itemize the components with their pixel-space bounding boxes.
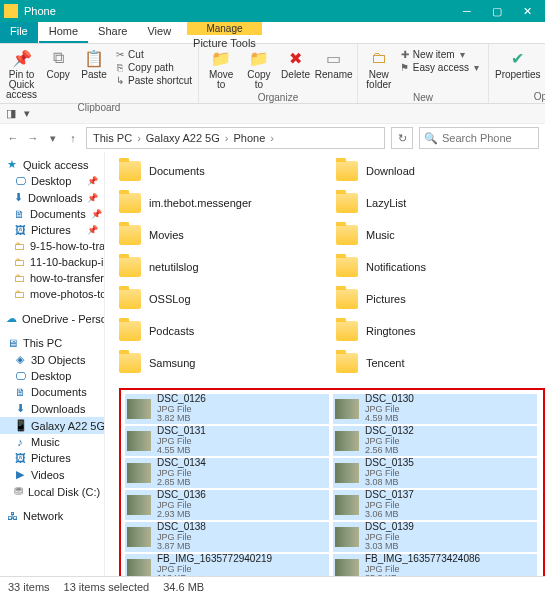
sidebar-local-disk[interactable]: ⛃Local Disk (C:) xyxy=(0,483,104,500)
tab-view[interactable]: View xyxy=(137,22,181,43)
image-item[interactable]: DSC_0135JPG File3.08 MB xyxy=(333,458,537,488)
sidebar-videos[interactable]: ▶Videos xyxy=(0,466,104,483)
sidebar-downloads2[interactable]: ⬇Downloads xyxy=(0,400,104,417)
move-to-icon: 📁 xyxy=(211,48,231,68)
folder-item[interactable]: netutilslog xyxy=(119,254,328,280)
sidebar-desktop[interactable]: 🖵Desktop📌 xyxy=(0,173,104,189)
image-item[interactable]: DSC_0137JPG File3.06 MB xyxy=(333,490,537,520)
crumb-device[interactable]: Galaxy A22 5G xyxy=(146,132,220,144)
image-item[interactable]: DSC_0126JPG File3.82 MB xyxy=(125,394,329,424)
image-item[interactable]: DSC_0134JPG File2.85 MB xyxy=(125,458,329,488)
breadcrumb[interactable]: This PC› Galaxy A22 5G› Phone› xyxy=(86,127,385,149)
sidebar-recent[interactable]: 🗀9-15-how-to-transfer-p xyxy=(0,238,104,254)
minimize-button[interactable]: ─ xyxy=(457,5,477,18)
folder-item[interactable]: Notifications xyxy=(336,254,545,280)
status-size: 34.6 MB xyxy=(163,581,204,593)
paste-button[interactable]: 📋 Paste xyxy=(79,48,109,80)
qat-item[interactable]: ▾ xyxy=(24,107,30,120)
sidebar-desktop2[interactable]: 🖵Desktop xyxy=(0,368,104,384)
properties-icon: ✔ xyxy=(508,48,528,68)
folder-item[interactable]: Movies xyxy=(119,222,328,248)
forward-button[interactable]: → xyxy=(26,132,40,145)
search-input[interactable] xyxy=(442,132,532,144)
sidebar-network[interactable]: 🖧Network xyxy=(0,508,104,524)
folder-item[interactable]: Ringtones xyxy=(336,318,545,344)
chevron-right-icon: › xyxy=(267,132,277,144)
back-button[interactable]: ← xyxy=(6,132,20,145)
sidebar-label: Documents xyxy=(30,208,86,220)
close-button[interactable]: ✕ xyxy=(517,5,537,18)
folder-item[interactable]: im.thebot.messenger xyxy=(119,190,328,216)
image-item[interactable]: FB_IMG_1635772940219JPG File112 KB xyxy=(125,554,329,576)
address-bar: ← → ▾ ↑ This PC› Galaxy A22 5G› Phone› ↻… xyxy=(0,124,545,152)
image-size: 4.59 MB xyxy=(365,414,414,423)
properties-button[interactable]: ✔Properties xyxy=(495,48,541,80)
refresh-button[interactable]: ↻ xyxy=(391,127,413,149)
folder-item[interactable]: Samsung xyxy=(119,350,328,376)
folder-item[interactable]: Podcasts xyxy=(119,318,328,344)
folder-icon xyxy=(119,257,141,277)
search-box[interactable]: 🔍 xyxy=(419,127,539,149)
recent-locations-button[interactable]: ▾ xyxy=(46,132,60,145)
pin-quick-access-button[interactable]: 📌 Pin to Quick access xyxy=(6,48,37,100)
sidebar-downloads[interactable]: ⬇Downloads📌 xyxy=(0,189,104,206)
sidebar-onedrive[interactable]: ☁OneDrive - Personal xyxy=(0,310,104,327)
maximize-button[interactable]: ▢ xyxy=(487,5,507,18)
image-item[interactable]: DSC_0130JPG File4.59 MB xyxy=(333,394,537,424)
image-size: 2.93 MB xyxy=(157,510,206,519)
cut-button[interactable]: ✂Cut xyxy=(115,48,192,61)
image-thumb xyxy=(335,559,359,576)
sidebar-3d-objects[interactable]: ◈3D Objects xyxy=(0,351,104,368)
copy-label: Copy xyxy=(46,70,69,80)
sidebar-pictures[interactable]: 🖼Pictures📌 xyxy=(0,222,104,238)
crumb-this-pc[interactable]: This PC xyxy=(93,132,132,144)
new-item-button[interactable]: ✚New item▾ xyxy=(400,48,482,61)
delete-button[interactable]: ✖Delete xyxy=(281,48,311,80)
image-item[interactable]: DSC_0138JPG File3.87 MB xyxy=(125,522,329,552)
sidebar-pictures2[interactable]: 🖼Pictures xyxy=(0,450,104,466)
tab-file[interactable]: File xyxy=(0,22,38,43)
new-folder-button[interactable]: 🗀New folder xyxy=(364,48,394,90)
sidebar-recent[interactable]: 🗀how-to-transfer-photo xyxy=(0,270,104,286)
pin-icon: 📌 xyxy=(87,193,98,203)
sidebar-galaxy[interactable]: 📱Galaxy A22 5G xyxy=(0,417,104,434)
up-button[interactable]: ↑ xyxy=(66,132,80,145)
copy-button[interactable]: ⧉ Copy xyxy=(43,48,73,80)
image-item[interactable]: DSC_0131JPG File4.55 MB xyxy=(125,426,329,456)
sidebar-quick-access[interactable]: ★Quick access xyxy=(0,156,104,173)
image-item[interactable]: DSC_0136JPG File2.93 MB xyxy=(125,490,329,520)
folder-item[interactable]: Tencent xyxy=(336,350,545,376)
sidebar-this-pc[interactable]: 🖥This PC xyxy=(0,335,104,351)
sidebar-music[interactable]: ♪Music xyxy=(0,434,104,450)
sidebar-recent[interactable]: 🗀11-10-backup-iphone-t xyxy=(0,254,104,270)
folder-name: Download xyxy=(366,165,415,177)
folder-item[interactable]: Download xyxy=(336,158,545,184)
copy-path-button[interactable]: ⎘Copy path xyxy=(115,61,192,74)
image-item[interactable]: DSC_0139JPG File3.03 MB xyxy=(333,522,537,552)
tab-home[interactable]: Home xyxy=(39,22,88,43)
folder-item[interactable]: Documents xyxy=(119,158,328,184)
qat-item[interactable]: ◨ xyxy=(6,107,16,120)
file-view[interactable]: DocumentsDownloadim.thebot.messengerLazy… xyxy=(105,152,545,576)
folder-item[interactable]: OSSLog xyxy=(119,286,328,312)
easy-access-button[interactable]: ⚑Easy access▾ xyxy=(400,61,482,74)
image-size: 4.55 MB xyxy=(157,446,206,455)
folder-item[interactable]: Pictures xyxy=(336,286,545,312)
sidebar-recent[interactable]: 🗀move-photos-to-sd-ca xyxy=(0,286,104,302)
paste-shortcut-button[interactable]: ↳Paste shortcut xyxy=(115,74,192,87)
crumb-phone[interactable]: Phone xyxy=(233,132,265,144)
image-item[interactable]: FB_IMG_1635773424086JPG File85.8 KB xyxy=(333,554,537,576)
move-to-button[interactable]: 📁Move to xyxy=(205,48,237,90)
tab-share[interactable]: Share xyxy=(88,22,137,43)
sidebar-label: Downloads xyxy=(28,192,82,204)
copy-to-button[interactable]: 📁Copy to xyxy=(243,48,274,90)
clipboard-group-label: Clipboard xyxy=(6,102,192,113)
rename-button[interactable]: ▭Rename xyxy=(317,48,351,80)
image-item[interactable]: DSC_0132JPG File2.56 MB xyxy=(333,426,537,456)
sidebar-documents2[interactable]: 🗎Documents xyxy=(0,384,104,400)
sidebar-documents[interactable]: 🗎Documents📌 xyxy=(0,206,104,222)
folder-item[interactable]: LazyList xyxy=(336,190,545,216)
ribbon-open: ✔Properties ▭Open▾ ✎Edit ↺History Open xyxy=(489,44,545,103)
pin-icon: 📌 xyxy=(87,225,98,235)
folder-item[interactable]: Music xyxy=(336,222,545,248)
